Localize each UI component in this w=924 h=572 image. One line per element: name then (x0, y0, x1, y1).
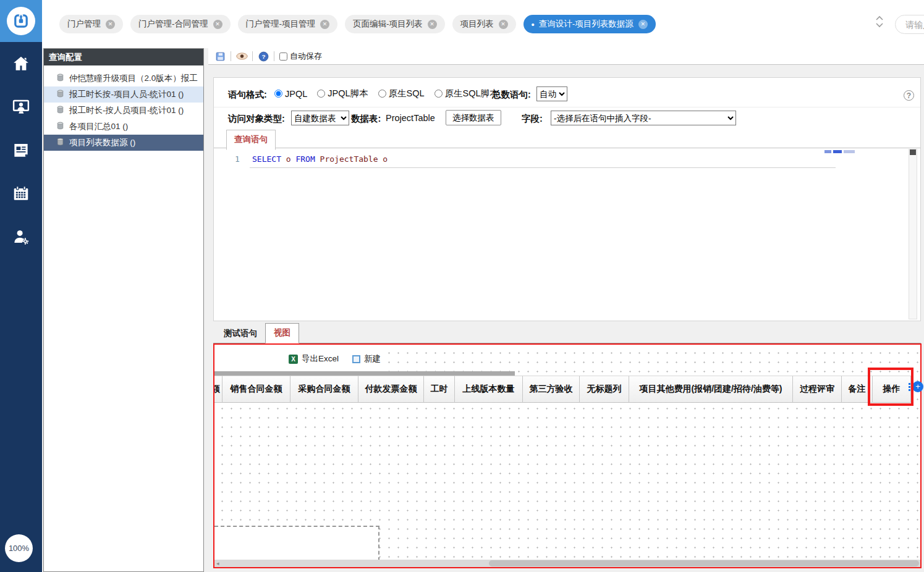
app-window: 100% 门户管理✕门户管理-合同管理✕门户管理-项目管理✕页面编辑-项目列表✕… (0, 0, 924, 572)
help-icon[interactable]: ? (256, 49, 270, 63)
tab-label: 门户管理-项目管理 (246, 19, 316, 30)
tree-item[interactable]: 各项目汇总01 () (44, 119, 203, 135)
app-logo[interactable] (0, 0, 42, 42)
tab-close-icon[interactable]: ✕ (499, 20, 508, 29)
tab-close-icon[interactable]: ✕ (638, 20, 648, 29)
sidebar-item-user-settings[interactable] (0, 216, 42, 259)
query-design-panel: 语句格式: JPQLJPQL脚本原生SQL原生SQL脚本 总数语句: 自动 ? … (213, 77, 921, 321)
grid-column-header[interactable]: 上线版本数量 (455, 376, 523, 403)
grid-column-header[interactable]: 销售合同金额 (223, 376, 290, 403)
bottom-tab[interactable]: 视图 (265, 323, 299, 343)
topbar-tab[interactable]: 项目列表✕ (452, 15, 516, 33)
tree-item[interactable]: 报工时长-按人员项目-统计01 () (44, 103, 203, 119)
tree-item[interactable]: 仲恺慧瞳升级项目（2.0版本）报工 (44, 70, 203, 86)
grid-column-header[interactable]: 第三方验收 (523, 376, 580, 403)
export-excel-button[interactable]: X 导出Excel (289, 353, 339, 364)
grid-column-label: 付款发票金额 (365, 384, 417, 395)
sql-editor[interactable]: 1 SELECT o FROM ProjectTable o (214, 148, 920, 321)
tab-close-icon[interactable]: ✕ (213, 20, 223, 29)
query-config-panel: 查询配置 仲恺慧瞳升级项目（2.0版本）报工报工时长按-项目人员-统计01 ()… (43, 48, 204, 572)
grid-column-label: 采购合同金额 (299, 384, 350, 395)
autosave-label: 自动保存 (290, 51, 322, 62)
topbar-tab[interactable]: 页面编辑-项目列表✕ (345, 15, 445, 33)
grid-column-header[interactable]: 操作 (873, 376, 911, 403)
editor-code-line[interactable]: SELECT o FROM ProjectTable o (252, 154, 388, 164)
grid-column-header[interactable]: 付款发票金额 (358, 376, 424, 403)
field-select[interactable]: -选择后在语句中插入字段- (551, 111, 736, 125)
view-toolbar-box: X 导出Excel 新建 (214, 345, 388, 373)
autosave-toggle[interactable]: 自动保存 (279, 51, 322, 62)
autosave-checkbox[interactable] (279, 53, 287, 61)
select-table-button[interactable]: 选择数据表 (446, 110, 501, 125)
sidebar-nav (0, 43, 42, 259)
radio-option[interactable]: 原生SQL (378, 88, 425, 99)
radio-option[interactable]: JPQL脚本 (317, 88, 368, 99)
tab-close-icon[interactable]: ✕ (428, 20, 437, 29)
radio-input[interactable] (274, 90, 282, 98)
grid-column-header[interactable]: 无标题列 (580, 376, 629, 403)
tab-scroll-chevrons[interactable] (875, 15, 884, 28)
code-token: ProjectTable o (315, 154, 388, 164)
tab-close-icon[interactable]: ✕ (320, 20, 329, 29)
grid-column-label: 第三方验收 (530, 384, 573, 395)
topbar-tab[interactable]: 门户管理-合同管理✕ (130, 15, 231, 33)
grid-column-header[interactable]: 额 (214, 376, 223, 403)
sidebar-item-news[interactable] (0, 130, 42, 173)
sidebar-item-user-monitor[interactable] (0, 86, 42, 130)
grid-column-header[interactable]: 备注 (842, 376, 873, 403)
radio-option[interactable]: 原生SQL脚本 (434, 88, 499, 99)
statement-format-label: 语句格式: (228, 89, 267, 101)
user-settings-icon (12, 227, 30, 248)
grid-horizontal-scrollbar[interactable]: ◂ (214, 560, 920, 567)
radio-input[interactable] (434, 90, 443, 98)
tree-item[interactable]: 项目列表数据源 () (44, 135, 203, 151)
grid-column-header[interactable]: 工时 (424, 376, 455, 403)
bottom-tab[interactable]: 测试语句 (216, 324, 265, 343)
editor-vertical-scrollbar[interactable] (909, 149, 917, 319)
grid-top-scrollbar-thumb[interactable] (214, 371, 515, 376)
data-table-label: 数据表: (351, 113, 381, 125)
scrollbar-thumb[interactable] (489, 560, 919, 566)
chevron-up-icon[interactable] (875, 15, 884, 21)
zoom-level-badge[interactable]: 100% (5, 534, 33, 562)
tab-query-statement[interactable]: 查询语句 (226, 130, 276, 150)
radio-label: JPQL脚本 (328, 88, 368, 99)
access-type-select[interactable]: 自建数据表 (291, 111, 349, 125)
tree-item[interactable]: 报工时长按-项目人员-统计01 () (44, 86, 203, 103)
add-component-icon[interactable]: + (912, 381, 923, 392)
scrollbar-thumb[interactable] (910, 149, 916, 155)
radio-input[interactable] (317, 90, 325, 98)
sidebar-item-calendar[interactable] (0, 173, 42, 216)
topbar-tab[interactable]: 门户管理-项目管理✕ (238, 15, 338, 33)
radio-option[interactable]: JPQL (274, 89, 307, 99)
topbar-tab[interactable]: •查询设计-项目列表数据源✕ (523, 15, 656, 33)
current-line-underline (250, 167, 836, 168)
chevron-down-icon[interactable] (875, 22, 884, 28)
calendar-icon (12, 184, 30, 205)
scroll-left-arrow-icon[interactable]: ◂ (216, 560, 219, 566)
preview-eye-icon[interactable] (235, 49, 248, 63)
new-button-label: 新建 (364, 353, 381, 364)
radio-input[interactable] (378, 90, 386, 98)
topbar-tab[interactable]: 门户管理✕ (59, 15, 123, 33)
code-token: o (281, 154, 295, 164)
view-canvas[interactable]: X 导出Excel 新建 额销售合同金额采购合同金额付款发票金额工时上线版本数量… (213, 343, 922, 568)
toolbar-divider (274, 51, 274, 61)
grid-column-label: 项目其他费用(报销/团建/招待/油费等) (640, 384, 782, 395)
grid-column-label: 无标题列 (587, 384, 622, 395)
new-button[interactable]: 新建 (352, 353, 381, 364)
form-help-icon[interactable]: ? (904, 90, 914, 101)
tab-close-icon[interactable]: ✕ (106, 20, 115, 29)
radio-label: JPQL (285, 89, 307, 99)
svg-text:?: ? (261, 53, 265, 60)
grid-column-header[interactable]: 采购合同金额 (290, 376, 358, 403)
save-icon[interactable] (213, 49, 227, 63)
total-statement-select[interactable]: 自动 (536, 86, 567, 101)
grid-column-header[interactable]: 项目其他费用(报销/团建/招待/油费等) (629, 376, 793, 403)
grid-column-header[interactable]: 过程评审 (793, 376, 842, 403)
tree-item-label: 报工时长按-项目人员-统计01 () (69, 89, 184, 100)
panel-title: 查询配置 (44, 49, 203, 65)
main-area: ? 自动保存 语句格式: JPQLJPQL脚本原生SQL原生SQL脚本 总数语句… (204, 48, 924, 572)
search-input[interactable] (895, 15, 924, 34)
sidebar-item-home[interactable] (0, 43, 42, 86)
